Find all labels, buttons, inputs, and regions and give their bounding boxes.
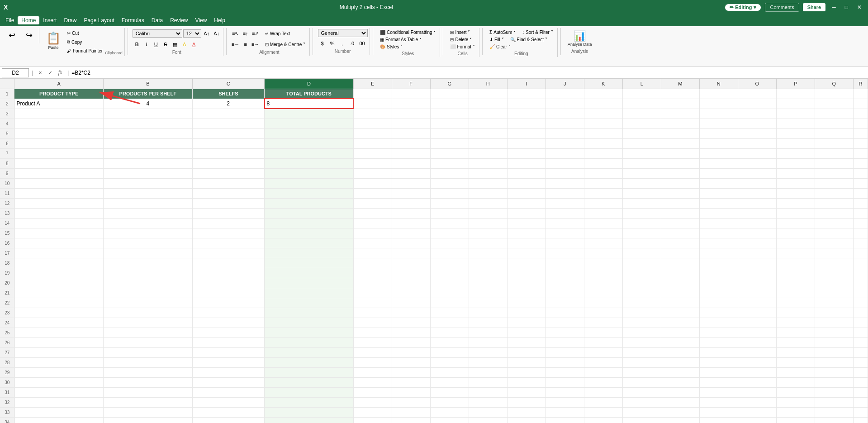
align-center-btn[interactable]: ≡ [241,40,250,49]
cell-J-19[interactable] [545,268,584,278]
cell-C-8[interactable] [192,158,264,168]
cell-C-22[interactable] [192,298,264,308]
number-format-select[interactable]: General [318,29,368,37]
row-num-9[interactable]: 9 [0,168,14,178]
cell-L-5[interactable] [622,128,661,138]
cell-A-5[interactable] [14,128,104,138]
cell-R-3[interactable] [853,109,868,119]
cell-K-22[interactable] [584,298,622,308]
cell-J-27[interactable] [545,347,584,357]
row-num-25[interactable]: 25 [0,328,14,337]
cell-M-5[interactable] [661,128,699,138]
cell-Q-1[interactable] [815,89,853,99]
row-num-6[interactable]: 6 [0,138,14,148]
cell-I-34[interactable] [507,417,545,423]
cell-L-29[interactable] [622,367,661,377]
cell-M-11[interactable] [661,188,699,198]
cell-M-32[interactable] [661,397,699,407]
minimize-icon[interactable]: ─ [829,4,839,10]
cell-N-31[interactable] [699,387,738,397]
row-num-16[interactable]: 16 [0,238,14,248]
col-header-O[interactable]: O [738,79,776,89]
cell-Q-22[interactable] [815,298,853,308]
cell-R-29[interactable] [853,367,868,377]
comma-btn[interactable]: , [338,39,347,48]
undo-button[interactable]: ↩ [4,29,20,42]
cell-G-19[interactable] [430,268,469,278]
cell-C-10[interactable] [192,178,264,188]
cell-J-33[interactable] [545,407,584,417]
row-num-22[interactable]: 22 [0,298,14,308]
cell-I-5[interactable] [507,128,545,138]
cell-D-26[interactable] [265,337,354,347]
cell-B-32[interactable] [104,397,193,407]
cell-P-1[interactable] [776,89,815,99]
cell-B-22[interactable] [104,298,193,308]
cell-F-10[interactable] [392,178,430,188]
cell-I-16[interactable] [507,238,545,248]
cell-I-4[interactable] [507,119,545,128]
cell-C-18[interactable] [192,258,264,268]
cell-G-21[interactable] [430,288,469,298]
cell-L-20[interactable] [622,278,661,288]
cell-A-7[interactable] [14,148,104,158]
insert-function-btn[interactable]: fx [56,68,65,77]
cell-O-23[interactable] [738,308,776,318]
cell-A-3[interactable] [14,109,104,119]
menu-item-formulas[interactable]: Formulas [118,16,148,24]
cell-L-8[interactable] [622,158,661,168]
cell-R-2[interactable] [853,99,868,109]
cell-F-29[interactable] [392,367,430,377]
cell-G-29[interactable] [430,367,469,377]
cell-P-14[interactable] [776,218,815,228]
cell-R-8[interactable] [853,158,868,168]
cell-H-13[interactable] [469,208,507,218]
cell-M-25[interactable] [661,328,699,337]
cell-K-34[interactable] [584,417,622,423]
cell-G-31[interactable] [430,387,469,397]
cell-B-6[interactable] [104,138,193,148]
cell-N-24[interactable] [699,318,738,328]
cell-A-1[interactable]: PRODUCT TYPE [14,89,104,99]
cell-M-23[interactable] [661,308,699,318]
copy-button[interactable]: ⧉ Copy [65,38,105,46]
cell-R-14[interactable] [853,218,868,228]
cell-G-28[interactable] [430,357,469,367]
cell-D-34[interactable] [265,417,354,423]
cell-L-21[interactable] [622,288,661,298]
cell-B-20[interactable] [104,278,193,288]
cell-K-30[interactable] [584,377,622,387]
cell-H-2[interactable] [469,99,507,109]
cell-F-12[interactable] [392,198,430,208]
cell-F-1[interactable] [392,89,430,99]
cell-F-31[interactable] [392,387,430,397]
cell-R-25[interactable] [853,328,868,337]
conditional-formatting-button[interactable]: ⬛ Conditional Formatting ˅ [378,29,438,36]
row-num-28[interactable]: 28 [0,357,14,367]
cell-D-1[interactable]: TOTAL PRODUCTS [265,89,354,99]
cell-D-28[interactable] [265,357,354,367]
cell-D-13[interactable] [265,208,354,218]
cell-C-31[interactable] [192,387,264,397]
cell-G-6[interactable] [430,138,469,148]
cell-P-22[interactable] [776,298,815,308]
row-num-15[interactable]: 15 [0,228,14,238]
cell-Q-17[interactable] [815,248,853,258]
cell-F-24[interactable] [392,318,430,328]
bold-button[interactable]: B [133,40,142,49]
cell-A-19[interactable] [14,268,104,278]
cell-K-2[interactable] [584,99,622,109]
col-header-F[interactable]: F [392,79,430,89]
cell-O-16[interactable] [738,238,776,248]
cell-reference-box[interactable]: D2 [2,68,29,77]
cell-R-30[interactable] [853,377,868,387]
cell-G-25[interactable] [430,328,469,337]
cell-F-22[interactable] [392,298,430,308]
cell-K-17[interactable] [584,248,622,258]
cell-I-27[interactable] [507,347,545,357]
cell-B-17[interactable] [104,248,193,258]
cell-E-16[interactable] [353,238,392,248]
cell-O-20[interactable] [738,278,776,288]
cell-P-19[interactable] [776,268,815,278]
cell-O-13[interactable] [738,208,776,218]
